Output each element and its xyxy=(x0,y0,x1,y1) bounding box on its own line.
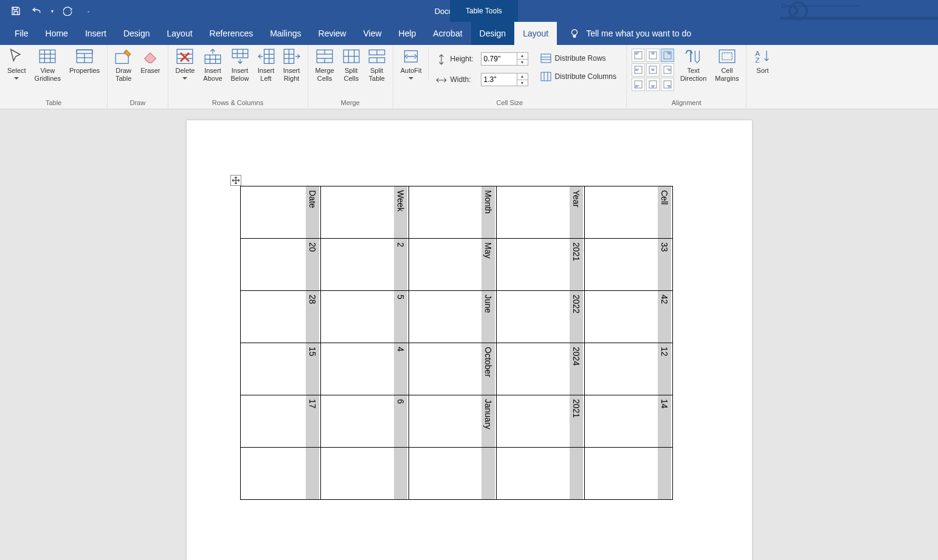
tell-me-search[interactable]: Tell me what you want to do xyxy=(557,22,691,45)
merge-cells-icon xyxy=(316,49,333,64)
svg-rect-64 xyxy=(649,66,657,73)
svg-rect-9 xyxy=(77,50,92,53)
spin-up-icon[interactable]: ▲ xyxy=(517,53,528,60)
tab-table-layout[interactable]: Layout xyxy=(514,22,557,45)
lightbulb-icon xyxy=(569,28,580,39)
split-cells-button[interactable]: Split Cells xyxy=(339,47,364,83)
svg-rect-3 xyxy=(40,50,55,63)
svg-rect-12 xyxy=(116,53,128,63)
cell-margins-icon xyxy=(719,49,736,64)
spin-down-icon[interactable]: ▼ xyxy=(517,60,528,66)
pointer-icon xyxy=(8,49,25,64)
group-data: AZ Sort xyxy=(747,45,778,109)
tab-review[interactable]: Review xyxy=(310,22,355,45)
insert-above-button[interactable]: Insert Above xyxy=(199,47,226,83)
insert-left-button[interactable]: Insert Left xyxy=(254,47,278,83)
group-alignment: Text Direction Cell Margins Alignment xyxy=(627,45,747,109)
tab-table-design[interactable]: Design xyxy=(471,22,515,45)
distribute-rows-button[interactable]: Distribute Rows xyxy=(538,52,619,64)
tab-layout[interactable]: Layout xyxy=(159,22,201,45)
autofit-button[interactable]: AutoFit xyxy=(397,47,429,81)
eraser-button[interactable]: Eraser xyxy=(137,47,164,76)
group-rows-columns: Delete Insert Above Insert Below Insert … xyxy=(168,45,308,109)
align-center-center[interactable] xyxy=(646,63,660,77)
tab-design[interactable]: Design xyxy=(115,22,159,45)
svg-rect-67 xyxy=(664,66,671,73)
chevron-down-icon xyxy=(14,77,19,80)
insert-left-icon xyxy=(258,49,275,64)
svg-point-2 xyxy=(572,30,578,35)
qat-customize-icon[interactable]: - xyxy=(83,8,89,15)
svg-rect-79 xyxy=(719,50,735,63)
table-tools-tab-header: Table Tools xyxy=(450,0,518,22)
draw-table-button[interactable]: Draw Table xyxy=(111,47,136,83)
align-bottom-center[interactable] xyxy=(646,78,660,91)
tab-help[interactable]: Help xyxy=(390,22,425,45)
svg-text:Z: Z xyxy=(756,56,760,64)
properties-button[interactable]: Properties xyxy=(66,47,103,76)
delete-button[interactable]: Delete xyxy=(172,47,199,81)
undo-dropdown-icon[interactable]: ▾ xyxy=(51,9,53,14)
text-direction-icon xyxy=(685,49,702,64)
align-bottom-left[interactable] xyxy=(632,78,645,91)
tab-insert[interactable]: Insert xyxy=(77,22,115,45)
align-top-left[interactable] xyxy=(632,49,645,62)
align-center-right[interactable] xyxy=(661,63,674,77)
draw-table-icon xyxy=(115,49,132,64)
spin-up-icon[interactable]: ▲ xyxy=(517,73,528,80)
chevron-down-icon xyxy=(409,77,413,80)
split-table-icon xyxy=(368,49,385,64)
select-button[interactable]: Select xyxy=(4,47,30,81)
save-button[interactable] xyxy=(10,5,22,17)
merge-cells-button[interactable]: Merge Cells xyxy=(312,47,338,83)
svg-rect-61 xyxy=(635,66,642,73)
delete-icon xyxy=(176,49,193,64)
insert-right-icon xyxy=(283,49,300,64)
decorative-graphic xyxy=(780,0,938,22)
ribbon-tabs: File Home Insert Design Layout Reference… xyxy=(0,22,938,45)
ribbon: Select View Gridlines Properties Table D… xyxy=(0,45,938,109)
distribute-columns-icon xyxy=(540,72,551,81)
tab-file[interactable]: File xyxy=(6,22,37,45)
svg-point-1 xyxy=(782,4,785,8)
tab-references[interactable]: References xyxy=(201,22,262,45)
text-direction-button[interactable]: Text Direction xyxy=(677,47,710,83)
group-draw: Draw Table Eraser Draw xyxy=(108,45,168,109)
split-cells-icon xyxy=(343,49,360,64)
alignment-grid xyxy=(630,47,675,92)
undo-button[interactable] xyxy=(30,5,43,17)
align-top-right[interactable] xyxy=(661,49,674,62)
col-width-control: Width: ▲▼ xyxy=(433,72,531,87)
align-bottom-right[interactable] xyxy=(661,78,674,91)
spin-down-icon[interactable]: ▼ xyxy=(517,80,528,86)
svg-rect-80 xyxy=(722,53,732,60)
tab-acrobat[interactable]: Acrobat xyxy=(424,22,471,45)
tab-view[interactable]: View xyxy=(354,22,390,45)
align-center-left[interactable] xyxy=(632,63,645,77)
insert-right-button[interactable]: Insert Right xyxy=(280,47,304,83)
insert-above-icon xyxy=(204,49,221,64)
group-cell-size: AutoFit Height: ▲▼ Width: xyxy=(393,45,627,109)
height-spinner[interactable]: ▲▼ xyxy=(481,52,528,66)
title-bar: ▾ - Document4 - Word Table Tools xyxy=(0,0,938,22)
quick-access-toolbar: ▾ - xyxy=(0,5,89,17)
insert-below-button[interactable]: Insert Below xyxy=(227,47,253,83)
cell-margins-button[interactable]: Cell Margins xyxy=(711,47,742,83)
row-height-control: Height: ▲▼ xyxy=(433,51,531,67)
distribute-columns-button[interactable]: Distribute Columns xyxy=(538,70,619,83)
tab-mailings[interactable]: Mailings xyxy=(261,22,309,45)
svg-rect-46 xyxy=(541,54,551,63)
group-table: Select View Gridlines Properties Table xyxy=(0,45,108,109)
view-gridlines-button[interactable]: View Gridlines xyxy=(31,47,64,83)
width-spinner[interactable]: ▲▼ xyxy=(481,73,528,86)
sort-button[interactable]: AZ Sort xyxy=(750,47,774,76)
width-input[interactable] xyxy=(481,73,517,86)
align-top-center[interactable] xyxy=(646,49,660,62)
redo-button[interactable] xyxy=(62,5,74,17)
gridlines-icon xyxy=(39,49,56,64)
sort-icon: AZ xyxy=(754,49,771,64)
tab-home[interactable]: Home xyxy=(37,22,77,45)
properties-icon xyxy=(76,49,93,64)
height-input[interactable] xyxy=(481,53,517,65)
split-table-button[interactable]: Split Table xyxy=(365,47,389,83)
